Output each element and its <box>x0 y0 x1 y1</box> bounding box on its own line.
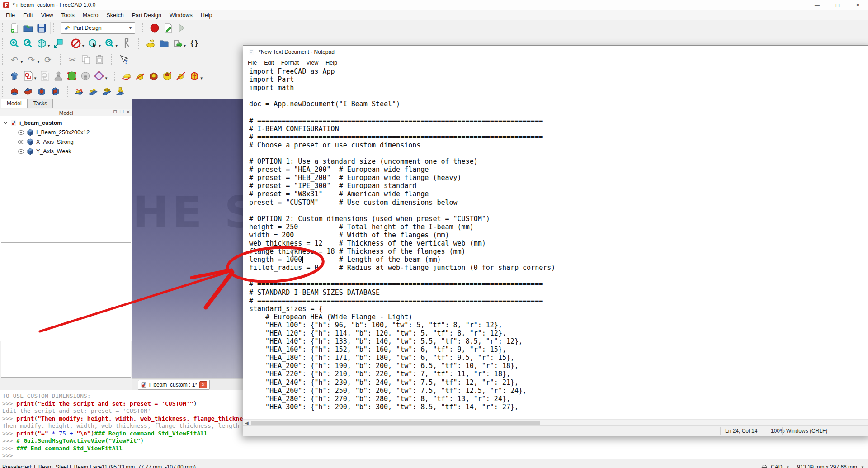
chevron-down-icon[interactable]: ▼ <box>20 60 24 64</box>
paste-button[interactable] <box>93 53 106 66</box>
whats-this-button[interactable]: ? <box>117 53 131 66</box>
notepad-menu-file[interactable]: File <box>244 59 260 67</box>
minimize-button[interactable]: — <box>807 0 827 10</box>
menu-edit[interactable]: Edit <box>19 11 37 20</box>
create-surface-button[interactable] <box>65 70 79 83</box>
visibility-eye-icon[interactable] <box>18 130 24 135</box>
thickness-button[interactable] <box>48 85 62 98</box>
chevron-down-icon[interactable]: ▼ <box>104 76 108 80</box>
undo-button[interactable]: ↶ <box>8 53 21 66</box>
redo-button[interactable]: ↷ <box>24 53 38 66</box>
toolbar-grip[interactable] <box>2 38 6 49</box>
tree-item-label[interactable]: Y_Axis_Weak <box>36 148 71 155</box>
chevron-down-icon[interactable]: ▼ <box>37 60 40 64</box>
toolbar-grip[interactable] <box>114 71 118 81</box>
menu-part-design[interactable]: Part Design <box>128 11 165 20</box>
chevron-down-icon[interactable]: ▼ <box>200 76 203 80</box>
menu-tools[interactable]: Tools <box>57 11 79 20</box>
toolbar-grip[interactable] <box>60 54 64 65</box>
freecad-titlebar[interactable]: * i_beam_custom - FreeCAD 1.0.0 — ◻ ✕ <box>0 0 868 10</box>
notepad-menu-view[interactable]: View <box>302 59 322 67</box>
create-datum-button[interactable] <box>92 70 106 83</box>
groove-button[interactable] <box>174 70 188 83</box>
dock-float-icon[interactable]: ❐ <box>120 109 124 114</box>
menu-sketch[interactable]: Sketch <box>103 11 128 20</box>
menu-windows[interactable]: Windows <box>165 11 197 20</box>
notepad-menu-edit[interactable]: Edit <box>260 59 278 67</box>
chevron-down-icon[interactable]: ▼ <box>81 44 85 48</box>
tree-root-row[interactable]: i_beam_custom <box>0 118 132 128</box>
toolbar-grip[interactable] <box>67 86 71 97</box>
chevron-down-icon[interactable]: ▼ <box>98 44 102 48</box>
revolution-button[interactable] <box>133 70 147 83</box>
notepad-menu-format[interactable]: Format <box>278 59 303 67</box>
tree-item-yaxis[interactable]: Y_Axis_Weak <box>0 147 132 156</box>
record-macro-button[interactable] <box>148 21 161 34</box>
open-document-button[interactable] <box>21 21 35 34</box>
refresh-button[interactable]: ⟳ <box>41 53 55 66</box>
chevron-down-icon[interactable]: ▼ <box>861 465 864 468</box>
visibility-eye-icon[interactable] <box>18 149 24 154</box>
dock-collapse-icon[interactable]: ⊟ <box>113 109 117 114</box>
menu-macro[interactable]: Macro <box>79 11 103 20</box>
toolbar-grip[interactable] <box>142 23 146 33</box>
navigation-style-label[interactable]: CAD <box>771 464 782 468</box>
chevron-down-icon[interactable]: ▼ <box>33 76 37 80</box>
edit-macro-button[interactable] <box>161 21 175 34</box>
measure-button[interactable] <box>119 37 133 50</box>
tree-item-xaxis[interactable]: X_Axis_Strong <box>0 137 132 147</box>
create-part-button[interactable] <box>144 37 157 50</box>
scrollbar-thumb[interactable] <box>251 421 540 425</box>
pad-button[interactable] <box>120 70 133 83</box>
polar-pattern-button[interactable] <box>100 85 113 98</box>
create-sketch-button[interactable] <box>21 70 35 83</box>
make-link-button[interactable] <box>171 37 184 50</box>
property-editor-panel[interactable] <box>1 242 131 378</box>
notepad-menu-help[interactable]: Help <box>322 59 341 67</box>
toolbar-grip[interactable] <box>138 38 142 49</box>
fillet-button[interactable] <box>8 85 21 98</box>
new-document-button[interactable] <box>8 21 21 34</box>
scroll-left-icon[interactable]: ◀ <box>245 421 249 425</box>
chevron-down-icon[interactable]: ▼ <box>115 44 118 48</box>
tab-model[interactable]: Model <box>1 99 28 108</box>
tab-tasks[interactable]: Tasks <box>28 99 53 108</box>
hole-button[interactable] <box>160 70 174 83</box>
close-tab-icon[interactable]: ✕ <box>199 381 207 388</box>
selection-view-button[interactable] <box>86 37 99 50</box>
shapebinder-button[interactable] <box>79 70 92 83</box>
notepad-text-area[interactable]: import FreeCAD as Appimport Partimport m… <box>243 67 868 419</box>
save-button[interactable] <box>35 21 48 34</box>
menu-file[interactable]: File <box>2 11 19 20</box>
fit-all-button[interactable] <box>8 37 21 50</box>
create-group-button[interactable] <box>157 37 171 50</box>
axonometric-button[interactable] <box>52 37 65 50</box>
chevron-expanded-icon[interactable] <box>3 121 8 125</box>
mirrored-button[interactable] <box>73 85 86 98</box>
toolbar-grip[interactable] <box>111 54 115 65</box>
chevron-down-icon[interactable]: ▼ <box>47 44 51 48</box>
execute-macro-button[interactable] <box>175 21 189 34</box>
edit-sketch-button[interactable] <box>38 70 52 83</box>
create-body-button[interactable] <box>8 70 21 83</box>
chevron-down-icon[interactable]: ▼ <box>183 44 187 48</box>
tree-item-ibeam[interactable]: I_Beam_250x200x12 <box>0 128 132 137</box>
toolbar-grip[interactable] <box>53 23 57 33</box>
tree-item-label[interactable]: I_Beam_250x200x12 <box>36 129 90 136</box>
toolbar-grip[interactable] <box>2 54 6 65</box>
workbench-selector[interactable]: Part Design ▼ <box>61 22 135 34</box>
menu-view[interactable]: View <box>37 11 57 20</box>
viewport-tab-label[interactable]: i_beam_custom : 1* <box>149 382 197 388</box>
expression-editor-button[interactable]: { } <box>188 37 201 50</box>
maximize-button[interactable]: ◻ <box>827 0 848 10</box>
linear-pattern-button[interactable] <box>86 85 100 98</box>
menu-help[interactable]: Help <box>197 11 217 20</box>
draw-style-button[interactable] <box>69 37 83 50</box>
notepad-titlebar[interactable]: *New Text Document - Notepad <box>243 46 868 58</box>
close-button[interactable]: ✕ <box>848 0 868 10</box>
tree-root-label[interactable]: i_beam_custom <box>19 120 62 126</box>
sync-view-button[interactable] <box>103 37 116 50</box>
validate-sketch-button[interactable] <box>52 70 65 83</box>
chamfer-button[interactable] <box>21 85 35 98</box>
isometric-view-button[interactable] <box>35 37 48 50</box>
